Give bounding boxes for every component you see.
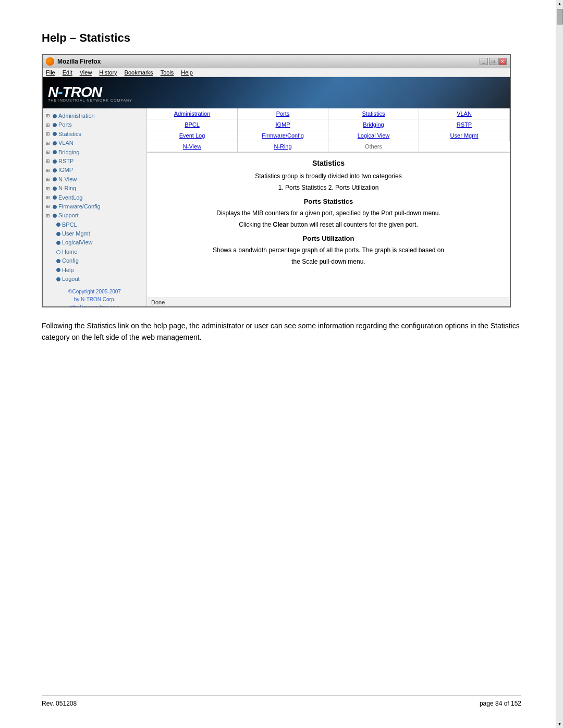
- nav-igmp[interactable]: IGMP: [238, 119, 328, 130]
- sidebar-label-bpcl[interactable]: BPCL: [62, 221, 77, 229]
- section1-text1: Displays the MIB counters for a given po…: [157, 209, 499, 217]
- sidebar-label-eventlog[interactable]: EventLog: [58, 194, 82, 202]
- nav-firmware[interactable]: Firmware/Config: [238, 130, 328, 141]
- sidebar-label-nring[interactable]: N-Ring: [58, 184, 76, 192]
- sidebar-item-firmware[interactable]: ⊞ Firmware/Config: [45, 202, 144, 211]
- sidebar-label-igmp[interactable]: IGMP: [58, 166, 73, 174]
- sidebar-copyright: ©Copyright 2005-2007by N-TRON Corp.http:…: [45, 288, 144, 306]
- nav-bridging[interactable]: Bridging: [328, 119, 419, 130]
- sidebar-label-vlan[interactable]: VLAN: [58, 139, 74, 147]
- bullet-icon: [56, 223, 60, 227]
- sidebar-item-igmp[interactable]: ⊞ IGMP: [45, 166, 144, 175]
- expand-icon: ⊞: [46, 140, 51, 147]
- nav-bpcl[interactable]: BPCL: [147, 119, 238, 130]
- sidebar-item-ports[interactable]: ⊞ Ports: [45, 120, 144, 129]
- content-area: Statistics Statistics group is broadly d…: [147, 153, 510, 298]
- sidebar-item-help[interactable]: Help: [55, 266, 144, 275]
- bullet-icon: [53, 195, 57, 200]
- nav-grid: Administration Ports Statistics VLAN BPC…: [147, 108, 510, 153]
- menu-tools[interactable]: Tools: [161, 69, 174, 76]
- status-bar: Done: [147, 298, 510, 306]
- sidebar-label-bridging[interactable]: Bridging: [58, 149, 79, 156]
- sidebar-item-support[interactable]: ⊞ Support: [45, 211, 144, 220]
- menu-bookmarks[interactable]: Bookmarks: [125, 69, 153, 76]
- nav-nview[interactable]: N-View: [147, 141, 238, 152]
- minimize-button[interactable]: _: [480, 58, 488, 65]
- nav-administration[interactable]: Administration: [147, 108, 238, 119]
- sidebar-label-administration[interactable]: Administration: [58, 112, 95, 120]
- bullet-icon: [53, 159, 57, 164]
- content-heading: Statistics: [157, 159, 499, 167]
- sidebar-item-usermgmt[interactable]: User Mgmt: [55, 229, 144, 238]
- nav-rstp[interactable]: RSTP: [419, 119, 510, 130]
- section2-heading: Ports Utilization: [157, 235, 499, 242]
- nav-others[interactable]: Others: [328, 141, 419, 152]
- nav-eventlog[interactable]: Event Log: [147, 130, 238, 141]
- browser-controls[interactable]: _ □ ✕: [480, 58, 507, 65]
- expand-icon: ⊞: [46, 176, 51, 183]
- menu-file[interactable]: File: [46, 69, 55, 76]
- sidebar-label-usermgmt[interactable]: User Mgmt: [62, 230, 90, 238]
- sidebar-item-logout[interactable]: Logout: [55, 275, 144, 283]
- nav-nring[interactable]: N-Ring: [238, 141, 328, 152]
- ntron-banner: N-TRON THE INDUSTRIAL NETWORK COMPANY: [43, 77, 510, 108]
- bullet-icon: [56, 241, 60, 245]
- bullet-icon: [53, 123, 57, 127]
- bullet-icon: [53, 214, 57, 218]
- expand-icon: ⊞: [46, 167, 51, 174]
- sidebar-item-config[interactable]: Config: [55, 256, 144, 265]
- main-content: Administration Ports Statistics VLAN BPC…: [147, 108, 510, 306]
- sidebar-label-help[interactable]: Help: [62, 266, 74, 274]
- menu-view[interactable]: View: [80, 69, 92, 76]
- sidebar-item-eventlog[interactable]: ⊞ EventLog: [45, 193, 144, 202]
- sidebar-item-statistics[interactable]: ⊞ Statistics: [45, 130, 144, 139]
- expand-icon: ⊞: [46, 213, 51, 219]
- close-button[interactable]: ✕: [498, 58, 507, 65]
- sidebar-item-bpcl[interactable]: BPCL: [55, 220, 144, 229]
- nav-statistics[interactable]: Statistics: [328, 108, 419, 119]
- sidebar-item-home[interactable]: Home: [55, 248, 144, 256]
- sidebar-item-nview[interactable]: ⊞ N-View: [45, 175, 144, 184]
- sidebar-item-logicalview[interactable]: LogicalView: [55, 238, 144, 247]
- sidebar-label-config[interactable]: Config: [62, 257, 79, 265]
- ntron-subtitle: THE INDUSTRIAL NETWORK COMPANY: [48, 98, 132, 102]
- sidebar-label-firmware[interactable]: Firmware/Config: [58, 203, 101, 211]
- rev-label: Rev. 051208: [42, 700, 77, 707]
- bullet-icon: [53, 187, 57, 191]
- sidebar: ⊞ Administration ⊞ Ports ⊞ Statistics ⊞: [43, 108, 147, 306]
- menu-help[interactable]: Help: [181, 69, 193, 76]
- sidebar-label-logout[interactable]: Logout: [62, 275, 80, 283]
- nav-usermgmt[interactable]: User Mgmt: [419, 130, 510, 141]
- bullet-icon: [53, 150, 57, 154]
- banner-decoration: [197, 77, 510, 108]
- sidebar-item-nring[interactable]: ⊞ N-Ring: [45, 184, 144, 193]
- sidebar-item-administration[interactable]: ⊞ Administration: [45, 112, 144, 120]
- section1-heading: Ports Statistics: [157, 198, 499, 205]
- bullet-icon: [53, 177, 57, 181]
- sidebar-item-vlan[interactable]: ⊞ VLAN: [45, 139, 144, 147]
- bullet-icon: [53, 168, 57, 172]
- bullet-icon: [53, 114, 57, 118]
- section1-text2: Clicking the Clear button will reset all…: [157, 221, 499, 228]
- menu-edit[interactable]: Edit: [63, 69, 72, 76]
- menu-history[interactable]: History: [99, 69, 117, 76]
- expand-icon: ⊞: [46, 203, 51, 210]
- sidebar-item-bridging[interactable]: ⊞ Bridging: [45, 148, 144, 157]
- sidebar-label-ports[interactable]: Ports: [58, 121, 72, 129]
- sidebar-label-logicalview[interactable]: LogicalView: [62, 239, 93, 246]
- sidebar-item-rstp[interactable]: ⊞ RSTP: [45, 157, 144, 166]
- expand-icon: ⊞: [46, 186, 51, 192]
- nav-empty: [419, 141, 510, 152]
- restore-button[interactable]: □: [489, 58, 497, 65]
- sidebar-label-support[interactable]: Support: [58, 212, 79, 219]
- sidebar-label-rstp[interactable]: RSTP: [58, 157, 74, 165]
- sidebar-label-statistics[interactable]: Statistics: [58, 130, 81, 138]
- nav-ports[interactable]: Ports: [238, 108, 328, 119]
- page-info: page 84 of 152: [480, 700, 521, 707]
- sidebar-label-nview[interactable]: N-View: [58, 176, 77, 183]
- nav-vlan[interactable]: VLAN: [419, 108, 510, 119]
- nav-logicalview[interactable]: Logical View: [328, 130, 419, 141]
- sidebar-label-home[interactable]: Home: [62, 248, 77, 256]
- section2-text: Shows a bandwidth percentage graph of al…: [157, 246, 499, 254]
- content-intro: Statistics group is broadly divided into…: [157, 172, 499, 180]
